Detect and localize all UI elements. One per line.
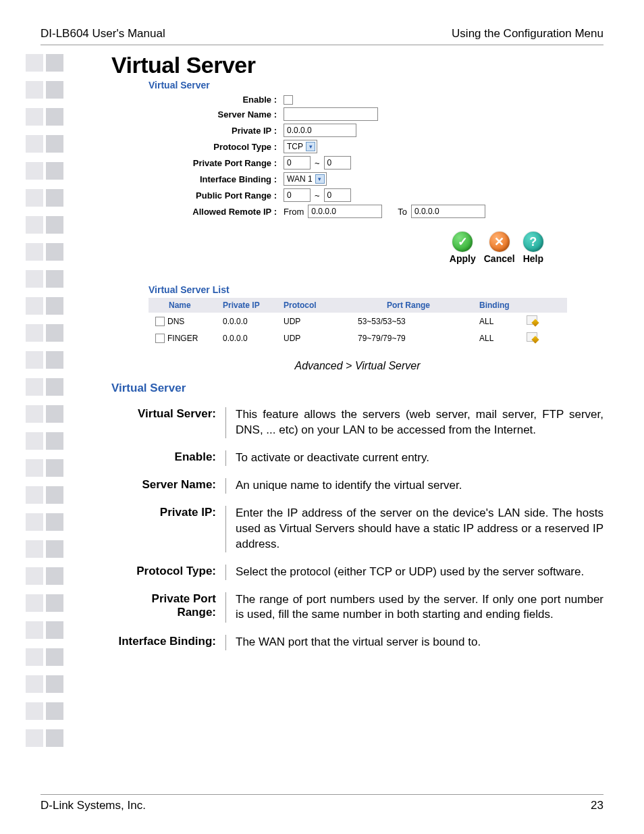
footer-left: D-Link Systems, Inc. bbox=[41, 799, 146, 812]
label-allowed-remote-ip: Allowed Remote IP : bbox=[149, 207, 284, 217]
def-label: Enable: bbox=[111, 450, 226, 466]
def-label: Private IP: bbox=[111, 506, 226, 552]
tilde-text: ~ bbox=[315, 190, 320, 201]
edit-icon[interactable] bbox=[527, 332, 537, 342]
form-section-title: Virtual Server bbox=[149, 80, 603, 90]
interface-binding-value: WAN 1 bbox=[287, 174, 313, 184]
page-title: Virtual Server bbox=[111, 52, 603, 78]
edit-icon[interactable] bbox=[527, 315, 537, 325]
figure-caption: Advanced > Virtual Server bbox=[111, 360, 603, 372]
row-binding: ALL bbox=[479, 317, 527, 326]
def-desc: This feature allows the servers (web ser… bbox=[226, 407, 603, 438]
table-row: FINGER 0.0.0.0 UDP 79~79/79~79 ALL bbox=[149, 330, 567, 346]
question-icon: ? bbox=[523, 232, 543, 252]
chevron-down-icon: ▾ bbox=[306, 142, 315, 151]
virtual-server-form: Enable : Server Name : Private IP : Prot… bbox=[149, 95, 567, 218]
label-server-name: Server Name : bbox=[149, 109, 284, 120]
col-private-ip: Private IP bbox=[223, 301, 284, 310]
private-ip-input[interactable] bbox=[284, 124, 356, 137]
row-name: DNS bbox=[167, 317, 184, 326]
help-label: Help bbox=[523, 253, 543, 264]
def-desc: Enter the IP address of the server on th… bbox=[226, 506, 603, 552]
public-port-from-input[interactable] bbox=[284, 188, 311, 202]
definitions: Virtual Server: This feature allows the … bbox=[111, 407, 603, 650]
definition-row: Virtual Server: This feature allows the … bbox=[111, 407, 603, 438]
allowed-to-label: To bbox=[398, 207, 407, 217]
virtual-server-list: Name Private IP Protocol Port Range Bind… bbox=[149, 298, 567, 346]
definition-row: Server Name: An unique name to identify … bbox=[111, 478, 603, 494]
row-binding: ALL bbox=[479, 334, 527, 343]
button-row: ✓ Apply ✕ Cancel ? Help bbox=[111, 232, 543, 264]
col-name: Name bbox=[149, 301, 223, 310]
definition-row: Interface Binding: The WAN port that the… bbox=[111, 635, 603, 650]
list-section-title: Virtual Server List bbox=[149, 284, 603, 295]
row-protocol: UDP bbox=[284, 334, 338, 343]
header-left: DI-LB604 User's Manual bbox=[41, 27, 165, 41]
def-label: Server Name: bbox=[111, 478, 226, 494]
cancel-label: Cancel bbox=[484, 253, 515, 264]
page-header: DI-LB604 User's Manual Using the Configu… bbox=[41, 27, 603, 45]
row-port: 53~53/53~53 bbox=[338, 317, 479, 326]
apply-button[interactable]: ✓ Apply bbox=[450, 232, 476, 264]
private-port-to-input[interactable] bbox=[324, 156, 351, 170]
col-protocol: Protocol bbox=[284, 301, 338, 310]
enable-checkbox[interactable] bbox=[284, 95, 293, 105]
footer-page: 23 bbox=[591, 799, 603, 812]
protocol-type-select[interactable]: TCP ▾ bbox=[284, 140, 317, 153]
public-port-to-input[interactable] bbox=[324, 188, 351, 202]
row-port: 79~79/79~79 bbox=[338, 334, 479, 343]
chevron-down-icon: ▾ bbox=[315, 174, 325, 184]
definition-row: Private IP: Enter the IP address of the … bbox=[111, 506, 603, 552]
table-row: DNS 0.0.0.0 UDP 53~53/53~53 ALL bbox=[149, 313, 567, 330]
row-name: FINGER bbox=[167, 334, 198, 343]
page-footer: D-Link Systems, Inc. 23 bbox=[41, 794, 603, 812]
def-desc: The range of port numbers used by the se… bbox=[226, 592, 603, 623]
definition-row: Private Port Range: The range of port nu… bbox=[111, 592, 603, 623]
col-binding: Binding bbox=[479, 301, 527, 310]
list-header-row: Name Private IP Protocol Port Range Bind… bbox=[149, 298, 567, 313]
check-icon: ✓ bbox=[452, 232, 473, 252]
doc-section-title: Virtual Server bbox=[111, 382, 603, 395]
row-ip: 0.0.0.0 bbox=[223, 317, 284, 326]
label-private-ip: Private IP : bbox=[149, 126, 284, 136]
apply-label: Apply bbox=[450, 253, 476, 264]
label-protocol-type: Protocol Type : bbox=[149, 142, 284, 152]
def-desc: An unique name to identify the virtual s… bbox=[226, 478, 603, 494]
label-enable: Enable : bbox=[149, 95, 284, 105]
interface-binding-select[interactable]: WAN 1 ▾ bbox=[284, 172, 327, 186]
tilde-text: ~ bbox=[315, 158, 320, 168]
def-label: Virtual Server: bbox=[111, 407, 226, 438]
def-desc: The WAN port that the virtual server is … bbox=[226, 635, 603, 650]
label-public-port-range: Public Port Range : bbox=[149, 190, 284, 201]
definition-row: Protocol Type: Select the protocol (eith… bbox=[111, 565, 603, 580]
cancel-button[interactable]: ✕ Cancel bbox=[484, 232, 515, 264]
def-desc: Select the protocol (either TCP or UDP) … bbox=[226, 565, 603, 580]
def-label: Protocol Type: bbox=[111, 565, 226, 580]
allowed-to-input[interactable] bbox=[411, 205, 485, 218]
private-port-from-input[interactable] bbox=[284, 156, 311, 170]
server-name-input[interactable] bbox=[284, 107, 378, 121]
allowed-from-label: From bbox=[284, 207, 304, 217]
allowed-from-input[interactable] bbox=[308, 205, 382, 218]
header-right: Using the Configuration Menu bbox=[452, 27, 603, 41]
row-ip: 0.0.0.0 bbox=[223, 334, 284, 343]
help-button[interactable]: ? Help bbox=[523, 232, 543, 264]
def-label: Private Port Range: bbox=[111, 592, 226, 623]
label-private-port-range: Private Port Range : bbox=[149, 158, 284, 168]
decor-squares bbox=[26, 54, 63, 747]
col-port-range: Port Range bbox=[338, 301, 479, 310]
def-desc: To activate or deactivate current entry. bbox=[226, 450, 603, 466]
row-protocol: UDP bbox=[284, 317, 338, 326]
x-icon: ✕ bbox=[489, 232, 510, 252]
def-label: Interface Binding: bbox=[111, 635, 226, 650]
row-checkbox[interactable] bbox=[155, 334, 165, 343]
label-interface-binding: Interface Binding : bbox=[149, 174, 284, 184]
row-checkbox[interactable] bbox=[155, 317, 165, 326]
definition-row: Enable: To activate or deactivate curren… bbox=[111, 450, 603, 466]
protocol-type-value: TCP bbox=[287, 142, 303, 151]
